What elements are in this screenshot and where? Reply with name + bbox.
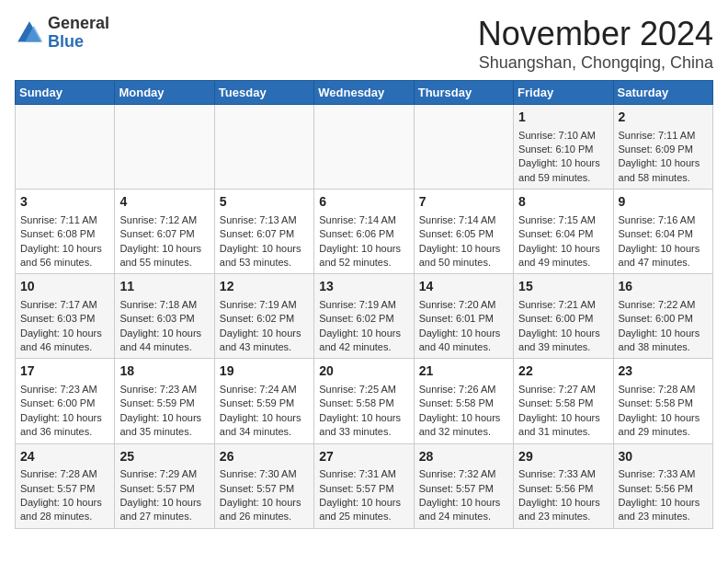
day-info: Sunrise: 7:24 AM Sunset: 5:59 PM Dayligh… [220, 384, 301, 437]
calendar-body: 1Sunrise: 7:10 AM Sunset: 6:10 PM Daylig… [16, 105, 713, 529]
calendar-cell: 28Sunrise: 7:32 AM Sunset: 5:57 PM Dayli… [414, 443, 513, 528]
day-info: Sunrise: 7:27 AM Sunset: 5:58 PM Dayligh… [518, 384, 600, 437]
logo: General Blue [15, 15, 109, 52]
day-number: 2 [619, 109, 708, 127]
day-info: Sunrise: 7:31 AM Sunset: 5:57 PM Dayligh… [319, 468, 401, 522]
weekday-header: Wednesday [314, 81, 414, 105]
weekday-header: Sunday [16, 81, 115, 105]
weekday-header: Monday [115, 81, 214, 105]
day-number: 8 [518, 193, 608, 212]
calendar-cell [314, 105, 414, 190]
weekday-row: SundayMondayTuesdayWednesdayThursdayFrid… [16, 81, 713, 105]
day-number: 21 [419, 362, 508, 381]
day-number: 26 [220, 448, 309, 466]
calendar-cell: 9Sunrise: 7:16 AM Sunset: 6:04 PM Daylig… [613, 190, 712, 274]
day-info: Sunrise: 7:15 AM Sunset: 6:04 PM Dayligh… [518, 214, 600, 268]
calendar-cell: 26Sunrise: 7:30 AM Sunset: 5:57 PM Dayli… [214, 443, 313, 528]
calendar-cell: 4Sunrise: 7:12 AM Sunset: 6:07 PM Daylig… [115, 190, 214, 274]
calendar-cell: 20Sunrise: 7:25 AM Sunset: 5:58 PM Dayli… [314, 359, 414, 443]
day-info: Sunrise: 7:19 AM Sunset: 6:02 PM Dayligh… [319, 299, 401, 352]
title-section: November 2024 Shuangshan, Chongqing, Chi… [478, 15, 713, 73]
day-number: 24 [20, 448, 109, 466]
day-number: 10 [20, 278, 109, 296]
day-info: Sunrise: 7:12 AM Sunset: 6:07 PM Dayligh… [119, 214, 201, 268]
day-number: 15 [518, 278, 608, 296]
day-number: 29 [518, 448, 608, 466]
calendar-cell: 8Sunrise: 7:15 AM Sunset: 6:04 PM Daylig… [514, 190, 613, 274]
day-info: Sunrise: 7:33 AM Sunset: 5:56 PM Dayligh… [619, 468, 700, 522]
logo-text: General Blue [48, 15, 109, 52]
day-info: Sunrise: 7:19 AM Sunset: 6:02 PM Dayligh… [220, 299, 301, 352]
day-number: 9 [619, 193, 708, 212]
header: General Blue November 2024 Shuangshan, C… [15, 15, 713, 73]
logo-icon [15, 18, 44, 48]
day-number: 18 [119, 362, 209, 381]
calendar-cell: 2Sunrise: 7:11 AM Sunset: 6:09 PM Daylig… [613, 105, 712, 190]
day-info: Sunrise: 7:28 AM Sunset: 5:58 PM Dayligh… [619, 384, 700, 437]
calendar-cell: 19Sunrise: 7:24 AM Sunset: 5:59 PM Dayli… [214, 359, 313, 443]
calendar-cell: 13Sunrise: 7:19 AM Sunset: 6:02 PM Dayli… [314, 274, 414, 359]
month-title: November 2024 [478, 15, 713, 53]
weekday-header: Saturday [613, 81, 712, 105]
calendar-cell: 22Sunrise: 7:27 AM Sunset: 5:58 PM Dayli… [514, 359, 613, 443]
day-info: Sunrise: 7:14 AM Sunset: 6:05 PM Dayligh… [419, 214, 501, 268]
day-info: Sunrise: 7:20 AM Sunset: 6:01 PM Dayligh… [419, 299, 501, 352]
day-info: Sunrise: 7:11 AM Sunset: 6:08 PM Dayligh… [20, 214, 102, 268]
calendar-week-row: 10Sunrise: 7:17 AM Sunset: 6:03 PM Dayli… [16, 274, 713, 359]
weekday-header: Tuesday [214, 81, 313, 105]
weekday-header: Thursday [414, 81, 513, 105]
day-number: 19 [220, 362, 309, 381]
calendar-cell: 3Sunrise: 7:11 AM Sunset: 6:08 PM Daylig… [16, 190, 115, 274]
day-number: 25 [119, 448, 209, 466]
logo-blue: Blue [48, 33, 109, 52]
calendar-cell: 15Sunrise: 7:21 AM Sunset: 6:00 PM Dayli… [514, 274, 613, 359]
day-number: 28 [419, 448, 508, 466]
day-info: Sunrise: 7:14 AM Sunset: 6:06 PM Dayligh… [319, 214, 401, 268]
calendar-table: SundayMondayTuesdayWednesdayThursdayFrid… [15, 80, 713, 529]
calendar-cell: 18Sunrise: 7:23 AM Sunset: 5:59 PM Dayli… [115, 359, 214, 443]
calendar-cell [214, 105, 313, 190]
day-number: 3 [20, 193, 109, 212]
calendar-cell: 30Sunrise: 7:33 AM Sunset: 5:56 PM Dayli… [613, 443, 712, 528]
day-info: Sunrise: 7:26 AM Sunset: 5:58 PM Dayligh… [419, 384, 501, 437]
day-number: 20 [319, 362, 408, 381]
calendar-cell: 11Sunrise: 7:18 AM Sunset: 6:03 PM Dayli… [115, 274, 214, 359]
day-number: 22 [518, 362, 608, 381]
day-number: 5 [220, 193, 309, 212]
day-number: 6 [319, 193, 408, 212]
calendar-cell: 23Sunrise: 7:28 AM Sunset: 5:58 PM Dayli… [613, 359, 712, 443]
day-info: Sunrise: 7:11 AM Sunset: 6:09 PM Dayligh… [619, 130, 700, 183]
day-info: Sunrise: 7:21 AM Sunset: 6:00 PM Dayligh… [518, 299, 600, 352]
day-number: 30 [619, 448, 708, 466]
calendar-week-row: 17Sunrise: 7:23 AM Sunset: 6:00 PM Dayli… [16, 359, 713, 443]
calendar-cell: 5Sunrise: 7:13 AM Sunset: 6:07 PM Daylig… [214, 190, 313, 274]
day-number: 11 [119, 278, 209, 296]
day-number: 13 [319, 278, 408, 296]
calendar-cell: 29Sunrise: 7:33 AM Sunset: 5:56 PM Dayli… [514, 443, 613, 528]
calendar-cell: 21Sunrise: 7:26 AM Sunset: 5:58 PM Dayli… [414, 359, 513, 443]
day-number: 4 [119, 193, 209, 212]
day-info: Sunrise: 7:16 AM Sunset: 6:04 PM Dayligh… [619, 214, 700, 268]
day-number: 17 [20, 362, 109, 381]
calendar-cell: 17Sunrise: 7:23 AM Sunset: 6:00 PM Dayli… [16, 359, 115, 443]
logo-general: General [48, 15, 109, 33]
day-info: Sunrise: 7:23 AM Sunset: 6:00 PM Dayligh… [20, 384, 102, 437]
calendar-header: SundayMondayTuesdayWednesdayThursdayFrid… [16, 81, 713, 105]
day-info: Sunrise: 7:30 AM Sunset: 5:57 PM Dayligh… [220, 468, 301, 522]
calendar-cell: 1Sunrise: 7:10 AM Sunset: 6:10 PM Daylig… [514, 105, 613, 190]
calendar-cell: 14Sunrise: 7:20 AM Sunset: 6:01 PM Dayli… [414, 274, 513, 359]
day-info: Sunrise: 7:18 AM Sunset: 6:03 PM Dayligh… [119, 299, 201, 352]
day-info: Sunrise: 7:29 AM Sunset: 5:57 PM Dayligh… [119, 468, 201, 522]
day-info: Sunrise: 7:32 AM Sunset: 5:57 PM Dayligh… [419, 468, 501, 522]
day-info: Sunrise: 7:33 AM Sunset: 5:56 PM Dayligh… [518, 468, 600, 522]
day-info: Sunrise: 7:17 AM Sunset: 6:03 PM Dayligh… [20, 299, 102, 352]
calendar-cell: 25Sunrise: 7:29 AM Sunset: 5:57 PM Dayli… [115, 443, 214, 528]
day-number: 14 [419, 278, 508, 296]
calendar-cell: 27Sunrise: 7:31 AM Sunset: 5:57 PM Dayli… [314, 443, 414, 528]
calendar-cell: 10Sunrise: 7:17 AM Sunset: 6:03 PM Dayli… [16, 274, 115, 359]
day-info: Sunrise: 7:28 AM Sunset: 5:57 PM Dayligh… [20, 468, 102, 522]
day-info: Sunrise: 7:22 AM Sunset: 6:00 PM Dayligh… [619, 299, 700, 352]
day-info: Sunrise: 7:10 AM Sunset: 6:10 PM Dayligh… [518, 130, 600, 183]
calendar-week-row: 1Sunrise: 7:10 AM Sunset: 6:10 PM Daylig… [16, 105, 713, 190]
day-number: 1 [518, 109, 608, 127]
